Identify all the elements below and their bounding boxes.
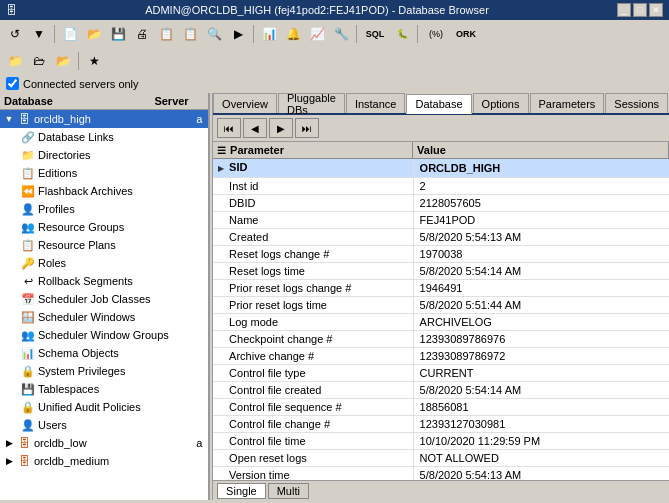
folder-button[interactable]: 📁 [4, 50, 26, 72]
nav-prev-button[interactable]: ◀ [243, 118, 267, 138]
param-label: Version time [229, 469, 290, 481]
nav-first-button[interactable]: ⏮ [217, 118, 241, 138]
toolbar-1: ↺ ▼ 📄 📂 💾 🖨 📋 📋 🔍 ▶ 📊 🔔 📈 🔧 SQL 🐛 (%) OR… [0, 20, 669, 48]
tree-item-database-links[interactable]: 🔗 Database Links [0, 128, 208, 146]
tab-instance[interactable]: Instance [346, 93, 406, 113]
toggle-orcldb-high[interactable]: ▼ [2, 112, 16, 126]
table-row[interactable]: Version time5/8/2020 5:54:13 AM [213, 466, 669, 480]
table-row[interactable]: Control file sequence #18856081 [213, 398, 669, 415]
tree-item-scheduler-job-classes[interactable]: 📅 Scheduler Job Classes [0, 290, 208, 308]
find-button[interactable]: 🔍 [203, 23, 225, 45]
nav-next-button[interactable]: ▶ [269, 118, 293, 138]
tree-item-users[interactable]: 👤 Users [0, 416, 208, 434]
tree-item-directories[interactable]: 📁 Directories [0, 146, 208, 164]
paste-button[interactable]: 📋 [179, 23, 201, 45]
table-row[interactable]: Open reset logsNOT ALLOWED [213, 449, 669, 466]
tree-item-resource-groups[interactable]: 👥 Resource Groups [0, 218, 208, 236]
dropdown-button[interactable]: ▼ [28, 23, 50, 45]
bottom-tab-multi[interactable]: Multi [268, 483, 309, 499]
tree-item-tablespaces[interactable]: 💾 Tablespaces [0, 380, 208, 398]
table-row[interactable]: NameFEJ41POD [213, 211, 669, 228]
alert-button[interactable]: 🔔 [282, 23, 304, 45]
tab-options-label: Options [482, 98, 520, 110]
table-row[interactable]: Reset logs change #1970038 [213, 245, 669, 262]
pct-button[interactable]: (%) [422, 23, 450, 45]
copy-button[interactable]: 📋 [155, 23, 177, 45]
connected-servers-checkbox[interactable] [6, 77, 19, 90]
bottom-tab-single[interactable]: Single [217, 483, 266, 499]
table-row[interactable]: Control file typeCURRENT [213, 364, 669, 381]
system-privileges-label: System Privileges [38, 365, 125, 377]
tree-item-scheduler-windows[interactable]: 🪟 Scheduler Windows [0, 308, 208, 326]
tab-overview[interactable]: Overview [213, 93, 277, 113]
tree-item-scheduler-window-groups[interactable]: 👥 Scheduler Window Groups [0, 326, 208, 344]
run-button[interactable]: ▶ [227, 23, 249, 45]
star-button[interactable]: ★ [83, 50, 105, 72]
param-cell: Reset logs change # [213, 245, 413, 262]
tree-item-flashback-archives[interactable]: ⏪ Flashback Archives [0, 182, 208, 200]
tree-area[interactable]: ▼ 🗄 orcldb_high a 🔗 Database Links 📁 Dir… [0, 110, 208, 500]
folder2-button[interactable]: 🗁 [28, 50, 50, 72]
toolbar-2: 📁 🗁 📂 ★ [0, 48, 669, 74]
tree-item-unified-audit-policies[interactable]: 🔒 Unified Audit Policies [0, 398, 208, 416]
table-row[interactable]: Log modeARCHIVELOG [213, 313, 669, 330]
tab-pluggable-dbs[interactable]: Pluggable DBs [278, 93, 345, 113]
right-panel: Overview Pluggable DBs Instance Database… [213, 93, 669, 500]
tree-item-roles[interactable]: 🔑 Roles [0, 254, 208, 272]
tree-item-schema-objects[interactable]: 📊 Schema Objects [0, 344, 208, 362]
tree-item-editions[interactable]: 📋 Editions [0, 164, 208, 182]
title-bar: 🗄 ADMIN@ORCLDB_HIGH (fej41pod2:FEJ41POD)… [0, 0, 669, 20]
table-row[interactable]: Archive change #12393089786972 [213, 347, 669, 364]
tree-item-profiles[interactable]: 👤 Profiles [0, 200, 208, 218]
toggle-orcldb-low[interactable]: ▶ [2, 436, 16, 450]
bottom-tab-single-label: Single [226, 485, 257, 497]
save-button[interactable]: 💾 [107, 23, 129, 45]
table-row[interactable]: Inst id2 [213, 177, 669, 194]
sql-button[interactable]: SQL [361, 23, 389, 45]
debug-button[interactable]: 🐛 [391, 23, 413, 45]
tree-item-orcldb-medium[interactable]: ▶ 🗄 orcldb_medium [0, 452, 208, 470]
table-row[interactable]: Prior reset logs change #1946491 [213, 279, 669, 296]
folder3-button[interactable]: 📂 [52, 50, 74, 72]
new-button[interactable]: 📄 [59, 23, 81, 45]
refresh-button[interactable]: ↺ [4, 23, 26, 45]
open-button[interactable]: 📂 [83, 23, 105, 45]
tools-button[interactable]: 🔧 [330, 23, 352, 45]
table-row[interactable]: ▶SIDORCLDB_HIGH [213, 159, 669, 177]
table-row[interactable]: Created5/8/2020 5:54:13 AM [213, 228, 669, 245]
table-row[interactable]: Prior reset logs time5/8/2020 5:51:44 AM [213, 296, 669, 313]
tree-item-orcldb-high[interactable]: ▼ 🗄 orcldb_high a [0, 110, 208, 128]
params-table: ▶SIDORCLDB_HIGHInst id2DBID2128057605Nam… [213, 159, 669, 480]
links-icon: 🔗 [20, 129, 36, 145]
schema-objects-label: Schema Objects [38, 347, 119, 359]
separator-3 [356, 25, 357, 43]
ork-button[interactable]: ORK [452, 23, 480, 45]
table-row[interactable]: Checkpoint change #12393089786976 [213, 330, 669, 347]
maximize-button[interactable]: □ [633, 3, 647, 17]
print-button[interactable]: 🖨 [131, 23, 153, 45]
minimize-button[interactable]: _ [617, 3, 631, 17]
report-button[interactable]: 📈 [306, 23, 328, 45]
chart-button[interactable]: 📊 [258, 23, 280, 45]
tab-sessions[interactable]: Sessions [605, 93, 668, 113]
value-cell: 5/8/2020 5:54:14 AM [413, 381, 669, 398]
param-label: Control file time [229, 435, 305, 447]
database-table[interactable]: ▶SIDORCLDB_HIGHInst id2DBID2128057605Nam… [213, 159, 669, 480]
table-row[interactable]: Control file time10/10/2020 11:29:59 PM [213, 432, 669, 449]
nav-last-button[interactable]: ⏭ [295, 118, 319, 138]
tree-item-resource-plans[interactable]: 📋 Resource Plans [0, 236, 208, 254]
tab-options[interactable]: Options [473, 93, 529, 113]
table-row[interactable]: DBID2128057605 [213, 194, 669, 211]
table-row[interactable]: Reset logs time5/8/2020 5:54:14 AM [213, 262, 669, 279]
server-column-header: Server [154, 95, 204, 107]
tree-item-orcldb-low[interactable]: ▶ 🗄 orcldb_low a [0, 434, 208, 452]
table-row[interactable]: Control file change #12393127030981 [213, 415, 669, 432]
tab-parameters[interactable]: Parameters [530, 93, 605, 113]
row-toggle-icon[interactable]: ▶ [215, 163, 227, 175]
tab-database[interactable]: Database [406, 94, 471, 114]
toggle-orcldb-medium[interactable]: ▶ [2, 454, 16, 468]
table-row[interactable]: Control file created5/8/2020 5:54:14 AM [213, 381, 669, 398]
close-button[interactable]: ✕ [649, 3, 663, 17]
tree-item-rollback-segments[interactable]: ↩ Rollback Segments [0, 272, 208, 290]
tree-item-system-privileges[interactable]: 🔒 System Privileges [0, 362, 208, 380]
